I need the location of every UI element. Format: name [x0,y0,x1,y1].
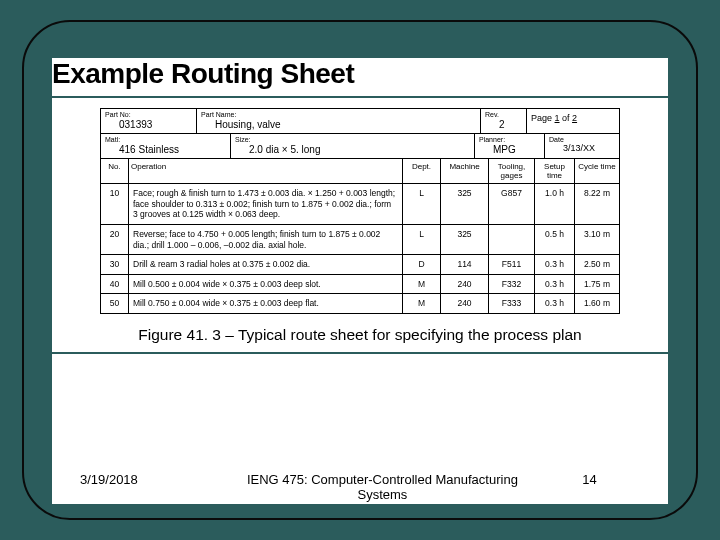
op-cycle: 1.75 m [575,275,619,294]
table-row: 40 Mill 0.500 ± 0.004 wide × 0.375 ± 0.0… [101,275,619,295]
table-row: 50 Mill 0.750 ± 0.004 wide × 0.375 ± 0.0… [101,294,619,313]
op-cycle: 8.22 m [575,184,619,224]
label-planner: Planner: [479,136,540,143]
op-tooling: F332 [489,275,535,294]
op-dept: D [403,255,441,274]
footer-course: IENG 475: Computer-Controlled Manufactur… [226,472,540,502]
op-desc: Reverse; face to 4.750 + 0.005 length; f… [129,225,403,254]
op-desc: Mill 0.750 ± 0.004 wide × 0.375 ± 0.003 … [129,294,403,313]
op-cycle: 1.60 m [575,294,619,313]
op-cycle: 2.50 m [575,255,619,274]
label-part-no: Part No: [105,111,192,118]
figure-caption: Figure 41. 3 – Typical route sheet for s… [52,326,668,354]
op-dept: M [403,294,441,313]
value-matl: 416 Stainless [105,144,226,155]
op-setup: 0.3 h [535,255,575,274]
op-desc: Face; rough & finish turn to 1.473 ± 0.0… [129,184,403,224]
op-machine: 240 [441,275,489,294]
header-dept: Dept. [403,159,441,183]
sheet-row-info: Matl: 416 Stainless Size: 2.0 dia × 5. l… [101,134,619,159]
value-rev: 2 [485,119,522,130]
header-setup: Setup time [535,159,575,183]
op-setup: 1.0 h [535,184,575,224]
label-rev: Rev. [485,111,522,118]
sheet-row-identity: Part No: 031393 Part Name: Housing, valv… [101,109,619,134]
label-part-name: Part Name: [201,111,476,118]
op-machine: 114 [441,255,489,274]
label-matl: Matl: [105,136,226,143]
value-date: 3/13/XX [549,144,615,154]
op-tooling: G857 [489,184,535,224]
header-cycle: Cycle time [575,159,619,183]
header-no: No. [101,159,129,183]
op-tooling [489,225,535,254]
route-sheet: Part No: 031393 Part Name: Housing, valv… [100,108,620,314]
label-date: Date [549,136,615,143]
op-tooling: F333 [489,294,535,313]
op-setup: 0.3 h [535,294,575,313]
sheet-row-headers: No. Operation Dept. Machine Tooling, gag… [101,159,619,184]
op-dept: L [403,184,441,224]
table-row: 10 Face; rough & finish turn to 1.473 ± … [101,184,619,225]
slide-title: Example Routing Sheet [52,58,668,94]
op-tooling: F511 [489,255,535,274]
op-dept: L [403,225,441,254]
op-dept: M [403,275,441,294]
op-no: 40 [101,275,129,294]
label-page-a: Page [531,113,555,123]
header-tooling: Tooling, gages [489,159,535,183]
op-machine: 325 [441,184,489,224]
value-part-name: Housing, valve [201,119,476,130]
footer-date: 3/19/2018 [80,472,226,502]
value-planner: MPG [479,144,540,155]
table-row: 30 Drill & ream 3 radial holes at 0.375 … [101,255,619,275]
op-machine: 240 [441,294,489,313]
op-no: 50 [101,294,129,313]
op-setup: 0.3 h [535,275,575,294]
value-part-no: 031393 [105,119,192,130]
op-no: 30 [101,255,129,274]
op-setup: 0.5 h [535,225,575,254]
title-underline [52,94,668,98]
op-desc: Mill 0.500 ± 0.004 wide × 0.375 ± 0.003 … [129,275,403,294]
op-no: 10 [101,184,129,224]
label-size: Size: [235,136,470,143]
value-size: 2.0 dia × 5. long [235,144,470,155]
table-row: 20 Reverse; face to 4.750 + 0.005 length… [101,225,619,255]
op-desc: Drill & ream 3 radial holes at 0.375 ± 0… [129,255,403,274]
label-page-b: of [560,113,573,123]
header-operation: Operation [129,159,403,183]
route-sheet-wrap: Part No: 031393 Part Name: Housing, valv… [52,108,668,314]
value-page-total: 2 [572,113,577,123]
op-machine: 325 [441,225,489,254]
op-no: 20 [101,225,129,254]
slide-content: Example Routing Sheet Part No: 031393 Pa… [52,58,668,504]
header-machine: Machine [441,159,489,183]
slide-footer: 3/19/2018 IENG 475: Computer-Controlled … [52,472,668,502]
footer-page: 14 [539,472,640,502]
op-cycle: 3.10 m [575,225,619,254]
